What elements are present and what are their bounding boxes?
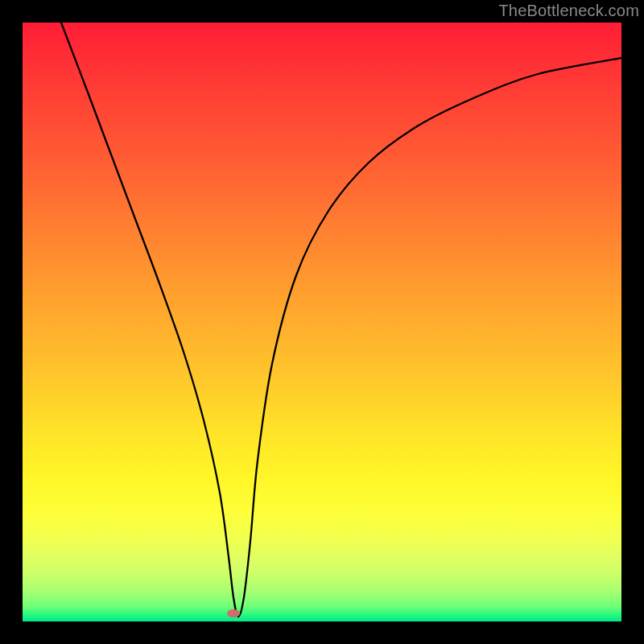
curve-svg [23,23,621,621]
bottleneck-curve [61,23,621,617]
plot-area [23,23,621,621]
min-marker [227,609,240,617]
watermark-text: TheBottleneck.com [498,2,639,20]
chart-frame: TheBottleneck.com [0,0,644,644]
